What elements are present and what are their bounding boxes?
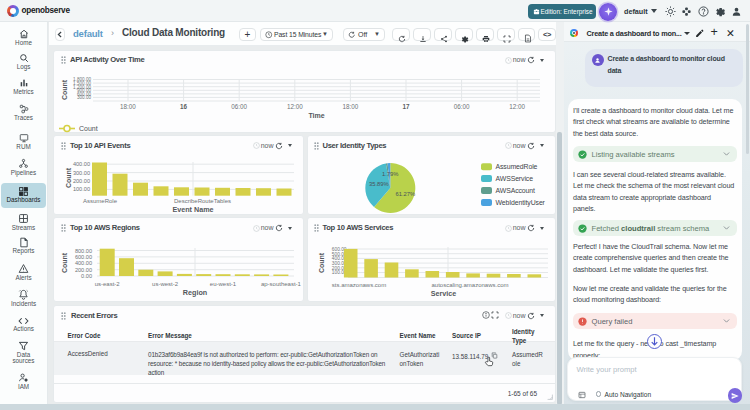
svg-text:100.00: 100.00	[73, 186, 90, 192]
svg-text:300.00: 300.00	[73, 170, 90, 176]
svg-text:us-west-2: us-west-2	[152, 281, 179, 287]
svg-text:Event Name: Event Name	[172, 205, 213, 214]
svg-text:16: 16	[180, 103, 188, 110]
svg-text:600.00: 600.00	[75, 254, 92, 260]
svg-text:Count: Count	[318, 252, 325, 273]
svg-text:0.00: 0.00	[81, 273, 92, 279]
svg-text:ap-southeast-1: ap-southeast-1	[261, 281, 302, 287]
svg-text:200.00: 200.00	[75, 267, 92, 273]
svg-text:800.00: 800.00	[75, 248, 92, 254]
svg-text:Region: Region	[183, 288, 207, 297]
svg-text:AssumeRole: AssumeRole	[83, 198, 118, 204]
svg-text:400.00: 400.00	[75, 260, 92, 266]
svg-text:AWSService: AWSService	[495, 175, 533, 182]
svg-text:us-east-2: us-east-2	[95, 281, 121, 287]
svg-text:400.00: 400.00	[73, 161, 90, 167]
svg-text:Count: Count	[79, 125, 98, 132]
svg-text:300.00: 300.00	[77, 95, 91, 100]
svg-text:35.89%: 35.89%	[369, 181, 389, 187]
svg-text:200.00: 200.00	[73, 178, 90, 184]
svg-text:AWSAccount: AWSAccount	[495, 187, 535, 194]
svg-text:12:00: 12:00	[287, 103, 303, 110]
svg-text:18:00: 18:00	[343, 103, 359, 110]
svg-text:Count: Count	[61, 79, 68, 100]
svg-text:WebIdentityUser: WebIdentityUser	[495, 199, 545, 207]
svg-text:17: 17	[402, 103, 410, 110]
svg-text:AssumedRole: AssumedRole	[495, 163, 537, 170]
svg-text:Service: Service	[430, 289, 456, 298]
svg-text:12:00: 12:00	[509, 103, 525, 110]
svg-text:sts.amazonaws.com: sts.amazonaws.com	[331, 282, 385, 288]
svg-text:Time: Time	[308, 112, 324, 119]
svg-text:autoscaling.amazonaws.com: autoscaling.amazonaws.com	[431, 282, 508, 288]
svg-text:06:00: 06:00	[454, 103, 470, 110]
svg-text:Count: Count	[61, 252, 68, 273]
svg-text:1.79%: 1.79%	[382, 171, 398, 177]
svg-text:Count: Count	[65, 167, 72, 188]
svg-text:DescribeRouteTables: DescribeRouteTables	[174, 198, 231, 204]
svg-text:18:00: 18:00	[120, 103, 136, 110]
svg-text:61.27%: 61.27%	[395, 191, 415, 197]
svg-text:eu-west-1: eu-west-1	[210, 281, 237, 287]
svg-text:06:00: 06:00	[231, 103, 247, 110]
